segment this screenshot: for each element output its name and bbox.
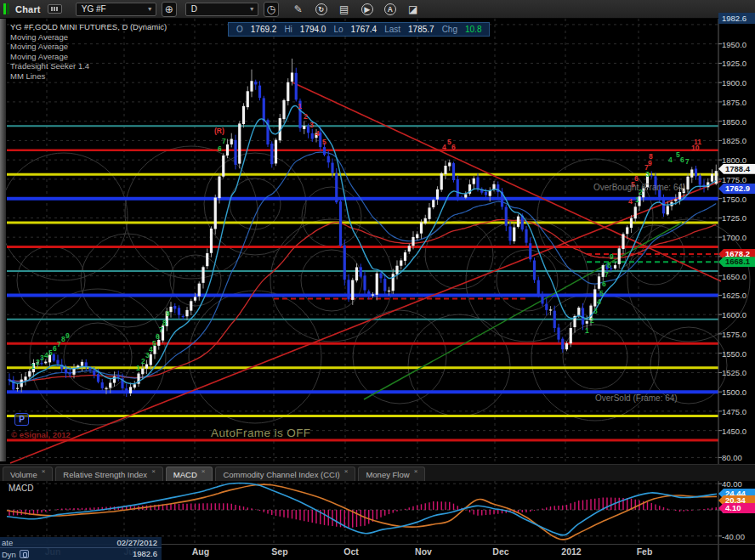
autoframe-status: AutoFrame is OFF	[211, 427, 310, 439]
price-axis-label: 1500.0	[722, 387, 755, 397]
last-label: Last	[384, 25, 400, 34]
price-axis-label: 1925.0	[722, 59, 755, 68]
month-axis-label: 2012	[553, 546, 590, 557]
tab-volume[interactable]: Volume×	[3, 467, 53, 481]
price-axis-label: 1450.0	[722, 427, 755, 436]
window-edge[interactable]	[0, 19, 6, 461]
tab-close-icon[interactable]: ×	[414, 467, 418, 475]
legend-line: Moving Average	[10, 52, 167, 62]
change-label: Chg	[442, 25, 457, 34]
price-axis-label: 1750.0	[722, 195, 755, 204]
macd-panel-title: MACD	[9, 484, 33, 493]
price-marker-badge: 1762.9	[718, 184, 755, 194]
svg-text:9: 9	[65, 331, 70, 340]
quote-board-icon[interactable]: ▤	[337, 2, 352, 17]
chevron-down-icon: ▼	[147, 6, 153, 12]
clock-interval-icon[interactable]: ◷	[264, 2, 279, 17]
open-label: O	[236, 25, 243, 34]
overbought-label: OverBought (Frame: 64)	[593, 183, 685, 192]
svg-text:(R): (R)	[214, 127, 224, 135]
price-axis-label: 1600.0	[722, 310, 755, 320]
price-axis-label: 1625.0	[722, 291, 755, 300]
lock-icon[interactable]	[20, 550, 29, 558]
toolbar: Chart YG #F ▼ ⊕ D ▼ ◷ ✎↻▤▶A◪	[0, 0, 755, 19]
month-axis-label: Sep	[261, 546, 298, 557]
svg-text:6: 6	[602, 280, 606, 288]
legend-line: Moving Average	[10, 32, 167, 42]
price-marker-badge: 1788.4	[718, 164, 755, 174]
price-axis-label: 1800.0	[722, 156, 755, 165]
price-axis-label: 1950.0	[722, 40, 755, 49]
month-axis-label: Nov	[405, 546, 442, 557]
legend-line: MM Lines	[10, 71, 167, 82]
legend-line: Tradesight Seeker 1.4	[10, 61, 167, 71]
high-value: 1794.0	[300, 25, 326, 34]
macd-value-badge: 4.10	[718, 503, 755, 513]
p-marker-badge[interactable]: P	[14, 413, 29, 426]
symbol-target-icon[interactable]: ⊕	[162, 2, 177, 17]
svg-text:9: 9	[648, 159, 652, 167]
svg-text:9: 9	[610, 252, 614, 261]
auto-icon[interactable]: A	[383, 2, 398, 17]
chevron-down-icon: ▼	[249, 6, 255, 12]
tab-close-icon[interactable]: ×	[151, 467, 156, 475]
symbol-combo[interactable]: YG #F ▼	[76, 3, 156, 16]
tab-money-flow[interactable]: Money Flow×	[358, 467, 425, 481]
change-value: 10.8	[465, 25, 481, 34]
cursor-data-window: ate 02/27/2012 Dyn 1982.6	[0, 537, 162, 560]
svg-text:5: 5	[599, 289, 604, 297]
tab-commodity-channel-index-cci-[interactable]: Commodity Channel Index (CCI)×	[215, 467, 355, 481]
svg-text:5: 5	[322, 138, 326, 146]
price-axis-label: 1475.0	[722, 407, 755, 416]
svg-text:6: 6	[451, 143, 456, 151]
svg-text:2: 2	[590, 316, 594, 325]
pencil-draw-icon[interactable]: ✎	[291, 2, 306, 17]
last-value: 1785.7	[408, 25, 434, 34]
tab-label: MACD	[173, 470, 197, 479]
legend-line: Moving Average	[10, 42, 167, 52]
copyright-label: © eSignal, 2012	[11, 430, 71, 439]
tab-macd[interactable]: MACD×	[166, 467, 213, 481]
svg-text:7: 7	[222, 137, 226, 145]
svg-text:1: 1	[298, 102, 302, 110]
tab-close-icon[interactable]: ×	[42, 467, 46, 475]
price-axis-label: 1525.0	[722, 368, 755, 377]
svg-text:4: 4	[442, 143, 446, 151]
price-axis-label: 1650.0	[722, 272, 755, 281]
svg-text:1: 1	[635, 195, 639, 204]
svg-text:4: 4	[315, 129, 320, 138]
low-value: 1767.4	[351, 25, 378, 34]
window-title: Chart	[15, 4, 41, 14]
tab-close-icon[interactable]: ×	[202, 467, 206, 475]
interval-combo[interactable]: D ▼	[185, 3, 258, 16]
chart-status-bars-icon	[3, 3, 10, 14]
svg-text:8: 8	[607, 261, 611, 269]
legend-line: YG #F,GOLD MINI FUTURES, D (Dynamic)	[10, 22, 167, 32]
macd-axis-label: 40.00	[722, 479, 755, 489]
svg-text:1: 1	[136, 364, 140, 372]
play-icon[interactable]: ▶	[360, 2, 375, 17]
eraser-icon[interactable]: ◪	[406, 2, 421, 17]
svg-text:11: 11	[694, 138, 701, 146]
month-axis-label: Aug	[182, 546, 219, 557]
svg-text:4: 4	[628, 197, 633, 206]
month-axis-label: Oct	[332, 546, 370, 557]
tab-relative-strength-index[interactable]: Relative Strength Index×	[55, 467, 162, 481]
low-label: Lo	[333, 25, 343, 34]
tab-label: Volume	[10, 470, 37, 479]
price-axis-label: 1875.0	[722, 98, 755, 107]
svg-text:7: 7	[605, 270, 609, 279]
svg-text:4: 4	[668, 156, 673, 164]
link-number-badge-icon[interactable]	[48, 4, 62, 14]
macd-axis-label: -40.00	[722, 532, 755, 541]
price-axis-label: 1700.0	[722, 233, 755, 242]
tab-label: Money Flow	[366, 470, 409, 479]
price-marker-badge: 1668.1	[718, 257, 755, 267]
tab-close-icon[interactable]: ×	[344, 467, 349, 475]
cursor-row-value: 1982.6	[133, 549, 157, 558]
svg-text:3: 3	[309, 121, 314, 129]
refresh-icon[interactable]: ↻	[314, 2, 329, 17]
svg-text:8: 8	[162, 319, 167, 327]
cursor-price-axis-badge: 1982.6	[718, 13, 755, 24]
month-axis-label: Dec	[482, 546, 519, 557]
